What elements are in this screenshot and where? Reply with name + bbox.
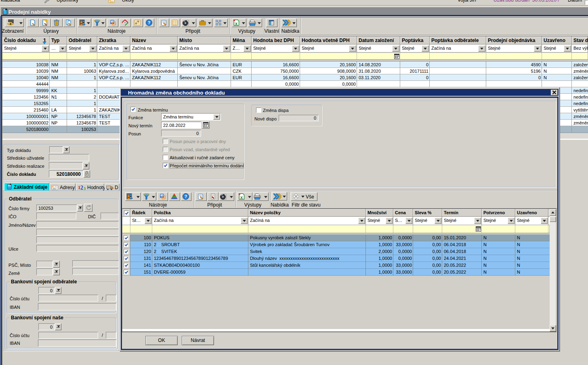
svg-text:?: ? [148,20,151,25]
svg-text:?: ? [185,194,187,199]
svg-text:3: 3 [84,186,86,190]
svg-text:2: 2 [80,185,83,190]
svg-text:x: x [235,21,238,26]
svg-text:x: x [240,195,243,200]
